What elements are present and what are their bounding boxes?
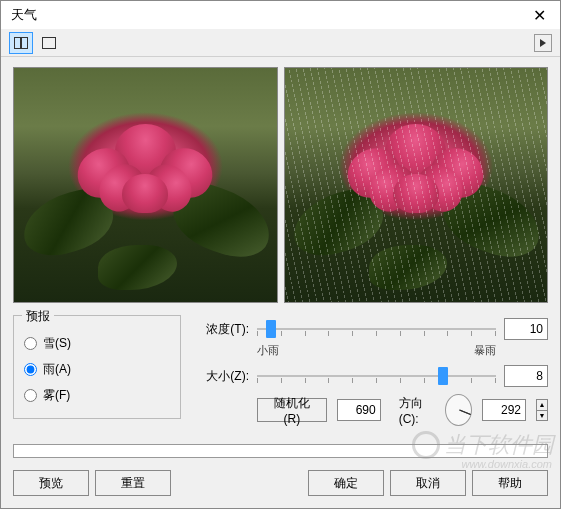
sliders-panel: 浓度(T): 小雨 暴雨 大小(Z): bbox=[193, 315, 548, 426]
radio-rain-input[interactable] bbox=[24, 363, 37, 376]
radio-fog-label: 雾(F) bbox=[43, 387, 70, 404]
size-thumb[interactable] bbox=[438, 367, 448, 385]
window-title: 天气 bbox=[11, 6, 37, 24]
radio-fog-input[interactable] bbox=[24, 389, 37, 402]
density-min-label: 小雨 bbox=[257, 343, 279, 358]
titlebar: 天气 ✕ bbox=[1, 1, 560, 29]
rain-effect-overlay bbox=[285, 68, 548, 302]
size-slider[interactable] bbox=[257, 365, 496, 387]
reset-button[interactable]: 重置 bbox=[95, 470, 171, 496]
radio-snow-input[interactable] bbox=[24, 337, 37, 350]
direction-input[interactable] bbox=[482, 399, 526, 421]
preview-original[interactable] bbox=[13, 67, 278, 303]
weather-dialog: 天气 ✕ bbox=[0, 0, 561, 509]
bottom-button-row: 预览 重置 确定 取消 帮助 bbox=[1, 466, 560, 506]
progress-bar bbox=[13, 444, 548, 458]
split-view-button[interactable] bbox=[9, 32, 33, 54]
preview-button[interactable]: 预览 bbox=[13, 470, 89, 496]
toolbar bbox=[1, 29, 560, 57]
preview-result[interactable] bbox=[284, 67, 549, 303]
dial-needle bbox=[459, 410, 471, 415]
single-view-button[interactable] bbox=[37, 32, 61, 54]
direction-label: 方向(C): bbox=[399, 395, 435, 426]
density-label: 浓度(T): bbox=[193, 321, 249, 338]
size-label: 大小(Z): bbox=[193, 368, 249, 385]
direction-spin-down[interactable]: ▼ bbox=[537, 411, 547, 421]
radio-rain[interactable]: 雨(A) bbox=[24, 356, 170, 382]
size-row: 大小(Z): bbox=[193, 364, 548, 388]
svg-rect-2 bbox=[43, 37, 56, 48]
radio-rain-label: 雨(A) bbox=[43, 361, 71, 378]
svg-rect-1 bbox=[22, 37, 28, 48]
controls-row: 预报 雪(S) 雨(A) 雾(F) 浓度(T): bbox=[13, 315, 548, 426]
randomize-button[interactable]: 随机化(R) bbox=[257, 398, 327, 422]
density-slider[interactable] bbox=[257, 318, 496, 340]
randomize-input[interactable] bbox=[337, 399, 381, 421]
density-sublabels: 小雨 暴雨 bbox=[193, 343, 548, 358]
density-input[interactable] bbox=[504, 318, 548, 340]
size-input[interactable] bbox=[504, 365, 548, 387]
svg-marker-3 bbox=[540, 39, 546, 47]
forecast-groupbox: 预报 雪(S) 雨(A) 雾(F) bbox=[13, 315, 181, 419]
direction-spinner: ▲ ▼ bbox=[536, 399, 548, 421]
density-max-label: 暴雨 bbox=[474, 343, 496, 358]
density-thumb[interactable] bbox=[266, 320, 276, 338]
radio-snow-label: 雪(S) bbox=[43, 335, 71, 352]
direction-spin-up[interactable]: ▲ bbox=[537, 400, 547, 411]
close-button[interactable]: ✕ bbox=[524, 4, 554, 26]
forecast-title: 预报 bbox=[22, 308, 54, 325]
play-button[interactable] bbox=[534, 34, 552, 52]
radio-fog[interactable]: 雾(F) bbox=[24, 382, 170, 408]
svg-rect-0 bbox=[15, 37, 21, 48]
preview-row bbox=[13, 67, 548, 303]
misc-row: 随机化(R) 方向(C): ▲ ▼ bbox=[193, 394, 548, 426]
density-row: 浓度(T): bbox=[193, 317, 548, 341]
direction-dial[interactable] bbox=[445, 394, 472, 426]
ok-button[interactable]: 确定 bbox=[308, 470, 384, 496]
help-button[interactable]: 帮助 bbox=[472, 470, 548, 496]
content-area: 预报 雪(S) 雨(A) 雾(F) 浓度(T): bbox=[1, 57, 560, 432]
radio-snow[interactable]: 雪(S) bbox=[24, 330, 170, 356]
cancel-button[interactable]: 取消 bbox=[390, 470, 466, 496]
